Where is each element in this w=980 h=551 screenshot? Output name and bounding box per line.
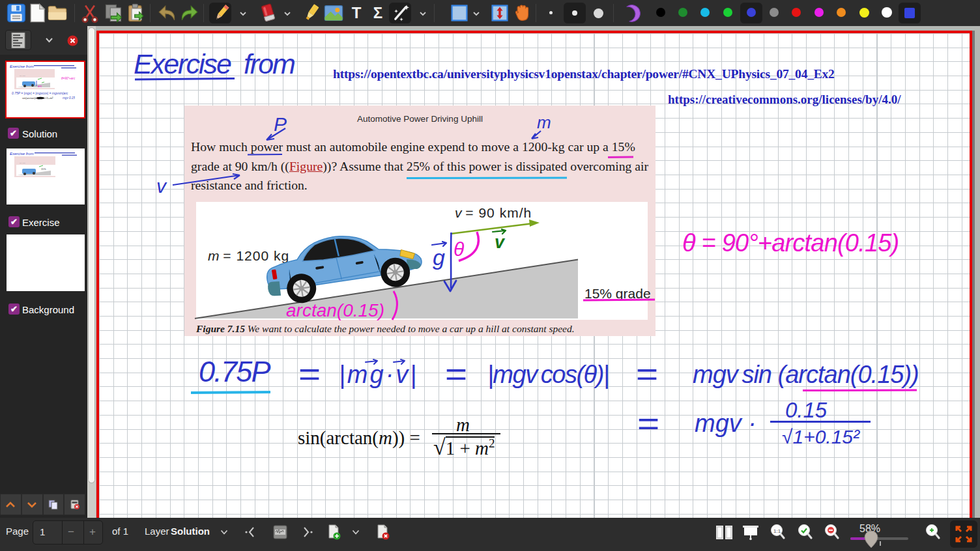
svg-text:g: g — [433, 245, 445, 270]
svg-text:m: m — [537, 113, 551, 132]
svg-text:1:1: 1:1 — [773, 528, 781, 534]
svg-text:θ: θ — [454, 238, 465, 260]
svg-text:θ=90°+arc: θ=90°+arc — [61, 77, 76, 80]
svg-text:v: v — [495, 233, 506, 252]
svg-text:Exercise from: Exercise from — [10, 64, 34, 68]
svg-text:... ....: ... .... — [20, 161, 25, 164]
svg-text:v: v — [156, 175, 167, 197]
svg-text:15%: 15% — [41, 168, 46, 171]
svg-text:... ....: ... .... — [20, 74, 25, 77]
svg-text:Exercise from: Exercise from — [10, 152, 34, 156]
svg-text:arc: arc — [38, 85, 42, 88]
svg-text:0.75P = |mgv| = |mgvcos| = mgv: 0.75P = |mgv| = |mgvcos| = mgvsin(arc — [12, 91, 68, 95]
svg-text:arctan(0.15): arctan(0.15) — [286, 300, 384, 320]
svg-text:mgv 0.15: mgv 0.15 — [63, 96, 75, 100]
